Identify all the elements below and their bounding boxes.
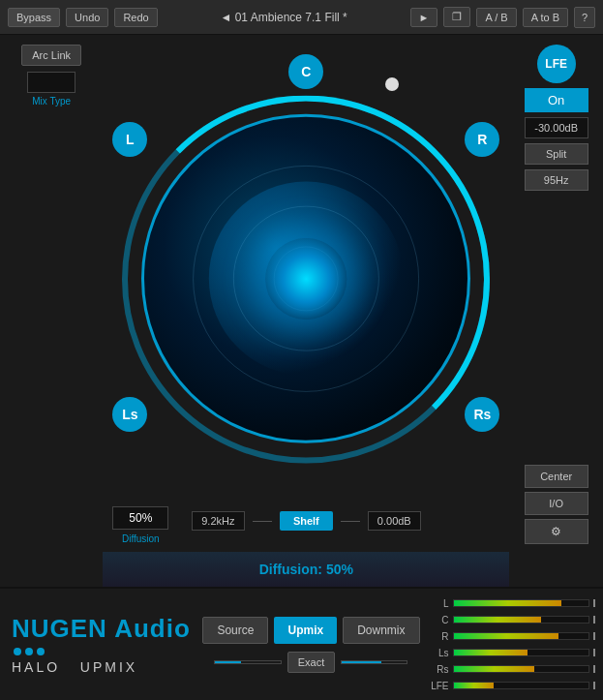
exact-button[interactable]: Exact — [287, 652, 336, 673]
logo-audio: Audio — [114, 614, 191, 643]
lfe-on-button[interactable]: On — [525, 88, 588, 112]
speaker-r[interactable]: R — [465, 122, 499, 157]
right-panel: LFE On -30.00dB Split 95Hz Center I/O ⚙ — [509, 35, 603, 587]
main-circle — [141, 114, 470, 443]
side-buttons: Center I/O ⚙ — [525, 465, 588, 544]
mix-type-box: 5.1 Mix Type — [27, 72, 75, 107]
ring-2 — [233, 206, 378, 351]
arc-handle[interactable] — [385, 77, 399, 91]
speaker-rs[interactable]: Rs — [465, 397, 499, 432]
meter-bar-container — [453, 632, 590, 640]
speaker-c[interactable]: C — [288, 54, 323, 89]
bottom-left: NUGEN Audio HALO UPMIX — [0, 589, 202, 700]
exact-slider-fill — [215, 661, 241, 663]
meter-bar-fill — [454, 650, 528, 655]
meter-bar-container — [453, 649, 590, 656]
meter-row: L — [428, 596, 596, 610]
dot-3 — [37, 648, 45, 655]
logo-nugen: NUGEN — [12, 614, 107, 643]
bypass-button[interactable]: Bypass — [8, 8, 60, 27]
meter-row: Rs — [428, 662, 596, 676]
dot-2 — [25, 648, 33, 655]
atob-button[interactable]: A to B — [523, 8, 568, 27]
meter-label: LFE — [428, 681, 449, 691]
meter-bar-fill — [454, 617, 542, 623]
redo-button[interactable]: Redo — [114, 8, 157, 27]
meter-label: L — [428, 598, 449, 609]
shelf-button[interactable]: Shelf — [280, 511, 333, 531]
meter-panel: LCRLsRsLFE — [420, 589, 604, 700]
product-line2: UPMIX — [80, 659, 137, 675]
io-button[interactable]: I/O — [525, 492, 588, 515]
bottom-middle: Source Upmix Downmix Exact — [202, 589, 419, 700]
meter-tick — [593, 616, 595, 624]
diffusion-knob-value[interactable]: 50% — [112, 506, 168, 530]
track-name: ◄ 01 Ambience 7.1 Fill * — [164, 11, 405, 24]
meter-bar-fill — [454, 666, 535, 672]
line-connector-left — [253, 521, 272, 522]
mix-type-input[interactable]: 5.1 — [27, 72, 75, 93]
diffusion-status-label: Diffusion: 50% — [259, 562, 353, 577]
meter-label: C — [428, 615, 449, 625]
lfe-hz-button[interactable]: 95Hz — [525, 169, 588, 191]
copy-button[interactable]: ❐ — [443, 7, 470, 27]
dot-1 — [14, 648, 21, 655]
meter-label: Rs — [428, 664, 449, 675]
shelf-bar: 9.2kHz Shelf 0.00dB — [192, 503, 421, 538]
meter-row: R — [428, 629, 596, 643]
product-name: HALO UPMIX — [12, 659, 202, 675]
upmix-button[interactable]: Upmix — [274, 617, 337, 644]
source-button[interactable]: Source — [202, 617, 268, 644]
bottom-section: NUGEN Audio HALO UPMIX Source Upmix Down… — [0, 587, 603, 700]
shelf-freq-value: 9.2kHz — [192, 511, 245, 531]
meter-label: R — [428, 631, 449, 642]
meter-bar-fill — [454, 683, 495, 688]
line-connector-right — [341, 521, 360, 522]
meter-bar-fill — [454, 633, 559, 639]
meter-row: LFE — [428, 679, 596, 692]
ring-1 — [193, 166, 419, 392]
meter-bar-container — [453, 665, 590, 673]
meter-label: Ls — [428, 648, 449, 658]
meter-tick — [593, 649, 595, 656]
meter-row: Ls — [428, 646, 596, 659]
undo-button[interactable]: Undo — [66, 8, 108, 27]
gear-button[interactable]: ⚙ — [525, 519, 588, 544]
exact-slider-track-2[interactable] — [341, 660, 407, 664]
meter-row: C — [428, 613, 596, 626]
surround-visualizer: C L R Ls Rs — [103, 45, 509, 500]
ab-button[interactable]: A / B — [476, 8, 516, 27]
lfe-speaker-label[interactable]: LFE — [537, 45, 576, 83]
help-button[interactable]: ? — [574, 7, 595, 28]
meter-tick — [593, 599, 595, 607]
play-button[interactable]: ► — [410, 8, 438, 27]
mix-type-label: Mix Type — [32, 96, 71, 107]
speaker-l[interactable]: L — [112, 122, 147, 157]
shelf-db-value: 0.00dB — [368, 511, 421, 531]
exact-slider-fill-2 — [342, 661, 380, 663]
speaker-ls[interactable]: Ls — [112, 397, 147, 432]
lfe-db-value: -30.00dB — [525, 117, 588, 138]
downmix-button[interactable]: Downmix — [343, 617, 419, 644]
logo-dots — [14, 648, 202, 655]
meter-bar-container — [453, 599, 590, 607]
lfe-split-button[interactable]: Split — [525, 143, 588, 165]
meter-bar-fill — [454, 600, 562, 606]
exact-row: Exact — [214, 652, 407, 673]
meter-bar-container — [453, 616, 590, 624]
center-button[interactable]: Center — [525, 465, 588, 488]
diffusion-knob-label: Diffusion — [122, 533, 160, 544]
top-bar: Bypass Undo Redo ◄ 01 Ambience 7.1 Fill … — [0, 0, 603, 35]
left-panel: Arc Link 5.1 Mix Type — [0, 35, 103, 587]
diffusion-knob-area: 50% Diffusion — [112, 506, 168, 544]
meter-bar-container — [453, 682, 590, 689]
logo-area: NUGEN Audio HALO UPMIX — [12, 614, 202, 675]
center-area: C L R Ls Rs 9.2kHz Shelf — [103, 35, 509, 587]
ring-3 — [274, 246, 339, 311]
bottom-buttons: Source Upmix Downmix — [202, 617, 419, 644]
exact-slider-track[interactable] — [214, 660, 281, 664]
meter-tick — [593, 665, 595, 673]
meter-tick — [593, 632, 595, 640]
arc-link-button[interactable]: Arc Link — [21, 45, 81, 66]
diffusion-label-bar: Diffusion: 50% — [103, 552, 509, 587]
